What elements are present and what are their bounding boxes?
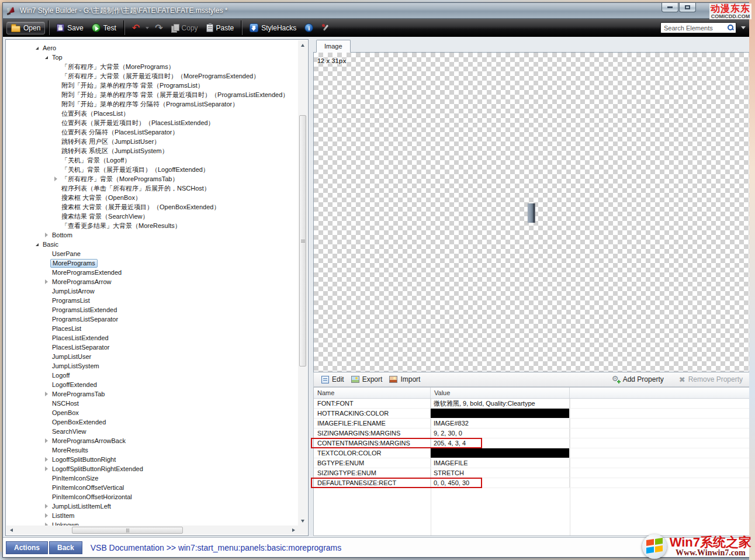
actions-button[interactable]: Actions bbox=[6, 541, 48, 554]
tree-expander-icon[interactable] bbox=[43, 56, 50, 59]
minimize-button[interactable] bbox=[662, 3, 678, 12]
scroll-right-button[interactable] bbox=[289, 526, 298, 535]
tree-item[interactable]: Aero bbox=[33, 43, 298, 53]
tree-item[interactable]: JumpListUser bbox=[33, 352, 298, 361]
tree-item[interactable]: 跳转列表 用户区（JumpListUser） bbox=[33, 137, 298, 146]
tree-expander-icon[interactable] bbox=[43, 392, 50, 396]
tree-item[interactable]: NSCHost bbox=[33, 399, 298, 408]
scroll-down-button[interactable] bbox=[298, 516, 307, 526]
search-input[interactable] bbox=[660, 22, 736, 33]
tree-item[interactable]: 跳转列表 系统区（JumpListSystem） bbox=[33, 146, 298, 155]
column-header-name[interactable]: Name bbox=[314, 388, 431, 398]
tree-item[interactable]: LogoffExtended bbox=[33, 380, 298, 389]
maximize-button[interactable] bbox=[679, 3, 696, 12]
tree-item[interactable]: UserPane bbox=[33, 249, 298, 258]
tree-expander-icon[interactable] bbox=[43, 457, 50, 462]
tree-item[interactable]: 搜索结果 背景（SearchView） bbox=[33, 212, 298, 221]
tree-expander-icon[interactable] bbox=[43, 279, 50, 284]
save-button[interactable]: Save bbox=[53, 22, 87, 34]
tree-expander-icon[interactable] bbox=[52, 177, 60, 181]
tree-expander-icon[interactable] bbox=[43, 438, 50, 443]
back-button[interactable]: Back bbox=[49, 541, 82, 554]
preview-image[interactable] bbox=[528, 203, 535, 223]
property-row[interactable]: TEXTCOLOR:COLOR bbox=[314, 448, 750, 458]
property-row[interactable]: SIZINGMARGINS:MARGINS9, 2, 30, 0 bbox=[314, 428, 750, 438]
tree-item[interactable]: SearchView bbox=[33, 427, 298, 436]
tree-expander-icon[interactable] bbox=[33, 243, 41, 246]
tree-item[interactable]: LogoffSplitButtonRightExtended bbox=[33, 464, 298, 473]
image-canvas[interactable]: 12 x 31px bbox=[313, 53, 751, 372]
tree-item[interactable]: JumpListListItemLeft bbox=[33, 502, 298, 511]
tree-item[interactable]: 位置列表（展开最近项目时）（PlacesListExtended） bbox=[33, 118, 298, 127]
property-row[interactable]: HOTTRACKING:COLOR bbox=[314, 409, 750, 419]
tree-item[interactable]: MoreProgramsTab bbox=[33, 389, 298, 399]
tree-item[interactable]: PinItemIconSize bbox=[33, 473, 298, 483]
search-dropdown-button[interactable] bbox=[738, 22, 749, 33]
tree-item[interactable]: Logoff bbox=[33, 371, 298, 380]
tree-item[interactable]: OpenBoxExtended bbox=[33, 417, 298, 427]
info-button[interactable] bbox=[300, 22, 317, 34]
tree-item[interactable]: Top bbox=[33, 53, 298, 62]
tree-item[interactable]: MoreProgramsArrowBack bbox=[33, 436, 298, 445]
tree-item[interactable]: 附到「开始」菜单的程序等 背景（ProgramsList） bbox=[33, 81, 298, 90]
tree-item[interactable]: MoreProgramsExtended bbox=[33, 268, 298, 277]
tree-vertical-scrollbar[interactable] bbox=[298, 40, 307, 526]
tree-horizontal-scrollbar[interactable] bbox=[6, 526, 298, 535]
horizontal-scroll-thumb[interactable] bbox=[72, 527, 183, 534]
copy-button[interactable]: Copy bbox=[167, 22, 202, 34]
tree-item[interactable]: 位置列表（PlacesList） bbox=[33, 109, 298, 118]
tree-item[interactable]: 程序列表（单击「所有程序」后展开的，NSCHost） bbox=[33, 184, 298, 193]
tree-item[interactable]: 位置列表 分隔符（PlacesListSeparator） bbox=[33, 127, 298, 137]
paste-button[interactable]: Paste bbox=[202, 22, 238, 34]
tree-item[interactable]: ProgramsListSeparator bbox=[33, 314, 298, 324]
export-button[interactable]: Export bbox=[348, 374, 386, 385]
open-button[interactable]: Open bbox=[6, 22, 45, 34]
property-row[interactable]: IMAGEFILE:FILENAMEIMAGE#832 bbox=[314, 419, 750, 428]
tree-item[interactable]: 附到「开始」菜单的程序等 背景（展开最近项目时）（ProgramsListExt… bbox=[33, 90, 298, 99]
property-row[interactable]: FONT:FONT微软雅黑, 9, bold, Quality:Cleartyp… bbox=[314, 399, 750, 409]
tree-item[interactable]: 「所有程序」背景（MoreProgramsTab） bbox=[33, 174, 298, 184]
tree-item[interactable]: ListItem bbox=[33, 511, 298, 520]
tree-expander-icon[interactable] bbox=[33, 47, 41, 50]
tree-item[interactable]: 搜索框 大背景（OpenBox） bbox=[33, 193, 298, 202]
test-button[interactable]: Test bbox=[88, 22, 120, 34]
remove-property-button[interactable]: Remove Property bbox=[676, 374, 746, 385]
tree-item[interactable]: JumpListSystem bbox=[33, 361, 298, 371]
tree-item[interactable]: 「查看更多结果」大背景（MoreResults） bbox=[33, 221, 298, 230]
tree-item[interactable]: PlacesList bbox=[33, 324, 298, 333]
tree-item[interactable]: Bottom bbox=[33, 230, 298, 240]
tree-expander-icon[interactable] bbox=[43, 513, 50, 518]
property-row[interactable]: SIZINGTYPE:ENUMSTRETCH bbox=[314, 468, 750, 478]
stylehacks-button[interactable]: StyleHacks bbox=[245, 22, 300, 34]
tree-item[interactable]: MoreProgramsArrow bbox=[33, 277, 298, 286]
tree-item[interactable]: Basic bbox=[33, 240, 298, 249]
tree-item[interactable]: 「所有程序」大背景（MorePrograms） bbox=[33, 62, 298, 71]
edit-button[interactable]: Edit bbox=[318, 374, 348, 385]
tree-item[interactable]: 「所有程序」大背景（展开最近项目时）（MoreProgramsExtended） bbox=[33, 71, 298, 81]
tree-item[interactable]: MoreResults bbox=[33, 445, 298, 455]
property-row[interactable]: CONTENTMARGINS:MARGINS205, 4, 3, 4 bbox=[314, 438, 750, 448]
tree-item[interactable]: 搜索框 大背景（展开最近项目）（OpenBoxExtended） bbox=[33, 202, 298, 212]
tree-item[interactable]: 附到「开始」菜单的程序等 分隔符（ProgramsListSeparator） bbox=[33, 99, 298, 109]
property-row[interactable]: DEFAULTPANESIZE:RECT0, 0, 450, 30 bbox=[314, 478, 750, 488]
tab-image[interactable]: Image bbox=[316, 40, 351, 53]
tree-item[interactable]: OpenBox bbox=[33, 408, 298, 417]
tree-item[interactable]: MorePrograms bbox=[33, 258, 298, 268]
tree-item[interactable]: PlacesListSeparator bbox=[33, 343, 298, 352]
tree-item[interactable]: PlacesListExtended bbox=[33, 333, 298, 343]
tree-item[interactable]: 「关机」背景（展开最近项目）（LogoffExtended） bbox=[33, 165, 298, 174]
tree-item[interactable]: ProgramsListExtended bbox=[33, 305, 298, 314]
scroll-up-button[interactable] bbox=[298, 40, 307, 50]
tree-item[interactable]: PinItemIconOffsetVertical bbox=[33, 483, 298, 492]
scroll-left-button[interactable] bbox=[6, 526, 16, 535]
tree-item[interactable]: JumpListArrow bbox=[33, 286, 298, 296]
tree-expander-icon[interactable] bbox=[43, 466, 50, 471]
tree-item[interactable]: PinItemIconOffsetHorizontal bbox=[33, 492, 298, 502]
undo-dropdown-icon[interactable] bbox=[146, 27, 149, 29]
undo-button[interactable] bbox=[128, 22, 144, 34]
redo-button[interactable] bbox=[151, 22, 167, 34]
property-row[interactable]: BGTYPE:ENUMIMAGEFILE bbox=[314, 458, 750, 468]
tools-button[interactable] bbox=[317, 22, 334, 34]
titlebar[interactable]: Win7 Style Builder - G:\主题制作\主题\FATE\FAT… bbox=[3, 3, 752, 19]
tree-item[interactable]: LogoffSplitButtonRight bbox=[33, 455, 298, 464]
